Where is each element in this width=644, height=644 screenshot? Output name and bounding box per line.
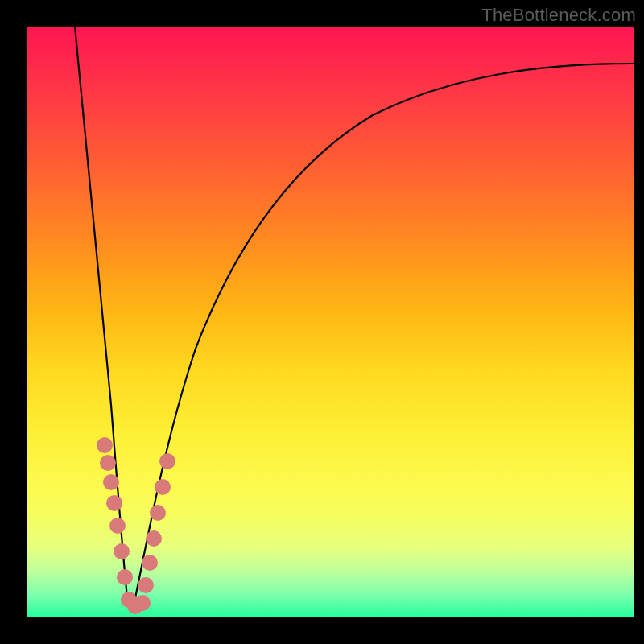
svg-point-14: [155, 479, 171, 495]
svg-point-0: [97, 437, 113, 453]
svg-point-9: [134, 595, 151, 611]
svg-point-10: [138, 577, 154, 593]
chart-frame: TheBottleneck.com: [0, 0, 644, 644]
svg-point-11: [142, 555, 158, 571]
highlight-dots: [97, 437, 175, 614]
curve-layer: [27, 27, 634, 617]
svg-point-2: [103, 474, 119, 490]
svg-point-6: [117, 569, 133, 585]
svg-point-15: [159, 453, 175, 469]
svg-point-3: [106, 495, 122, 511]
svg-point-13: [150, 505, 166, 521]
svg-point-4: [109, 518, 126, 534]
svg-point-12: [146, 530, 162, 547]
watermark-text: TheBottleneck.com: [481, 5, 636, 26]
svg-point-1: [100, 455, 116, 471]
svg-point-5: [114, 543, 130, 559]
right-curve: [133, 64, 634, 609]
